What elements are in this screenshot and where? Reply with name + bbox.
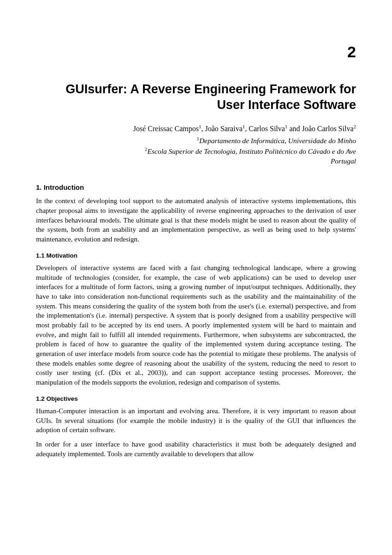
affiliation-1: 1Departamento de Informática, Universida… (36, 135, 356, 146)
chapter-number: 2 (36, 42, 356, 63)
paragraph-objectives-2: In order for a user interface to have go… (36, 440, 356, 458)
paragraph-motivation-1: Developers of interactive systems are fa… (36, 263, 356, 387)
section-heading-introduction: 1. Introduction (36, 183, 356, 192)
paragraph-intro-1: In the context of developing tool suppor… (36, 196, 356, 244)
paragraph-objectives-1: Human-Computer interaction is an importa… (36, 406, 356, 435)
subsection-heading-objectives: 1.2 Objectives (36, 395, 356, 403)
country: Portugal (36, 157, 356, 166)
page-title: GUIsurfer: A Reverse Engineering Framewo… (36, 81, 356, 113)
affiliation-2: 2Escola Superior de Tecnologia, Institut… (36, 146, 356, 157)
authors-line: José Creissac Campos1, João Saraiva1, Ca… (36, 123, 356, 134)
subsection-heading-motivation: 1.1 Motivation (36, 252, 356, 260)
